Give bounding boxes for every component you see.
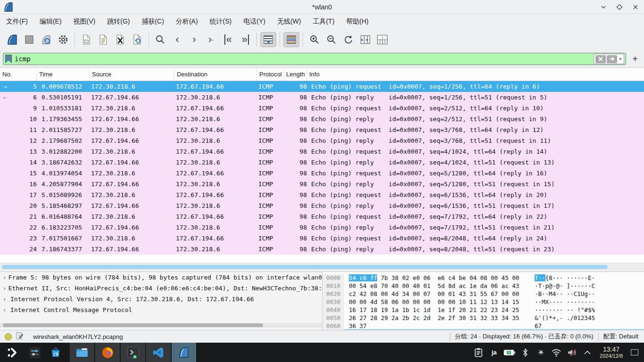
hex-ascii[interactable]: ········ ·· !"#$%	[535, 306, 595, 314]
packet-row-9[interactable]: 91.010533181172.30.218.6172.67.194.66ICM…	[0, 103, 644, 114]
capture-comment-icon[interactable]	[16, 332, 24, 341]
packet-row-16[interactable]: 164.205877904172.67.194.66172.30.218.6IC…	[0, 179, 644, 189]
colorize-button[interactable]	[283, 32, 299, 47]
expand-chevron-icon[interactable]: ›	[3, 296, 10, 303]
column-info[interactable]: Info	[307, 68, 644, 81]
details-hscrollbar[interactable]	[0, 323, 322, 328]
last-packet-button[interactable]: »	[237, 32, 253, 47]
menu-item-0[interactable]: 文件(F)	[6, 17, 28, 26]
restart-capture-button[interactable]	[38, 32, 54, 47]
menu-item-2[interactable]: 视图(V)	[74, 17, 96, 26]
menu-item-5[interactable]: 分析(A)	[176, 17, 198, 26]
column-protocol[interactable]: Protocol	[257, 68, 284, 81]
terminal-task[interactable]	[121, 343, 145, 362]
zoom-out-button[interactable]	[323, 32, 339, 47]
packet-list-hscrollbar[interactable]	[0, 263, 644, 271]
menu-item-1[interactable]: 编辑(E)	[40, 17, 62, 26]
bluetooth-icon[interactable]	[519, 346, 531, 360]
display-filter-input[interactable]	[15, 55, 594, 63]
detail-line-2[interactable]: ›Internet Protocol Version 4, Src: 172.3…	[0, 294, 322, 304]
expert-info-icon[interactable]	[5, 333, 12, 340]
go-back-button[interactable]: ‹	[169, 32, 185, 47]
hex-bytes[interactable]: c2 42 08 00 4d 34 00 07 00 01 43 31 55 6…	[349, 290, 535, 298]
auto-scroll-button[interactable]: ▼	[260, 32, 276, 47]
layout-button[interactable]: 123	[374, 32, 390, 47]
packet-row-20[interactable]: 205.185468297172.67.194.66172.30.218.6IC…	[0, 200, 644, 211]
battery-icon[interactable]	[504, 346, 516, 360]
packet-row-17[interactable]: 175.015089926172.30.218.6172.67.194.66IC…	[0, 189, 644, 200]
menu-item-8[interactable]: 无线(W)	[277, 17, 301, 26]
reload-file-button[interactable]	[129, 32, 145, 47]
details-scroll-thumb[interactable]	[3, 323, 263, 327]
hex-bytes[interactable]: 26 27 28 29 2a 2b 2c 2d 2e 2f 30 31 32 3…	[349, 314, 535, 322]
maximize-button[interactable]	[615, 2, 624, 12]
menu-item-6[interactable]: 统计(S)	[210, 17, 232, 26]
vscode-task[interactable]	[146, 343, 171, 362]
clock[interactable]: 13:47 2024/12/8	[600, 346, 623, 359]
detail-line-1[interactable]: ›Ethernet II, Src: HonHaiPrecis_c4:be:04…	[0, 283, 322, 294]
file-manager-task[interactable]	[70, 343, 94, 362]
clipboard-icon[interactable]	[472, 346, 485, 360]
capture-options-button[interactable]	[55, 32, 71, 47]
hex-bytes[interactable]: 00 54 e8 70 40 00 40 01 5d 8d ac 1e da 0…	[349, 282, 535, 290]
save-file-button[interactable]	[95, 32, 111, 47]
menu-item-10[interactable]: 帮助(H)	[346, 17, 368, 26]
minimize-button[interactable]	[599, 2, 608, 12]
hex-row-0030[interactable]: 003000 00 4d 58 06 00 00 00 00 00 10 11 …	[322, 298, 644, 306]
hex-row-0010[interactable]: 001000 54 e8 70 40 00 40 01 5d 8d ac 1e …	[322, 282, 644, 290]
hscrollbar-thumb[interactable]	[2, 265, 608, 269]
resize-columns-button[interactable]: ◄►	[357, 32, 373, 47]
hex-row-0040[interactable]: 004016 17 18 19 1a 1b 1c 1d 1e 1f 20 21 …	[322, 306, 644, 314]
close-file-button[interactable]	[112, 32, 128, 47]
app-launcher-button[interactable]	[0, 343, 25, 362]
open-file-button[interactable]	[78, 32, 94, 47]
add-filter-button[interactable]: +	[629, 53, 641, 65]
hex-bytes[interactable]: 36 37	[349, 322, 535, 330]
packet-row-15[interactable]: 154.013974054172.30.218.6172.67.194.66IC…	[0, 168, 644, 179]
input-method-indicator[interactable]: ja	[488, 346, 500, 360]
column-length[interactable]: Length	[284, 68, 307, 81]
packet-row-13[interactable]: 133.012882200172.30.218.6172.67.194.66IC…	[0, 146, 644, 157]
packet-row-6[interactable]: ←60.530105191172.67.194.66172.30.218.6IC…	[0, 92, 644, 103]
packet-bytes-pane[interactable]: 000054 c6 ff 7b 38 02 e0 06 e6 c4 be 04 …	[322, 272, 644, 330]
detail-line-3[interactable]: ›Internet Control Message Protocol	[0, 304, 322, 315]
hex-ascii[interactable]: ·B··M4·· ··C1Ug··	[535, 290, 595, 298]
packet-row-21[interactable]: 216.016488764172.30.218.6172.67.194.66IC…	[0, 211, 644, 222]
discover-store-button[interactable]	[45, 343, 66, 362]
packet-row-23[interactable]: 237.017501667172.30.218.6172.67.194.66IC…	[0, 233, 644, 244]
column-no[interactable]: No.	[0, 68, 37, 81]
packet-row-14[interactable]: 143.186742632172.67.194.66172.30.218.6IC…	[0, 157, 644, 168]
expand-chevron-icon[interactable]: ›	[3, 307, 10, 313]
filter-dropdown-caret[interactable]: ▾	[619, 57, 621, 61]
hex-row-0060[interactable]: 006036 3767	[322, 322, 644, 330]
menu-item-3[interactable]: 跳转(G)	[107, 17, 130, 26]
hex-ascii[interactable]: ·T·p@·@· ]······C	[535, 282, 595, 290]
close-button[interactable]	[631, 2, 640, 12]
profile-label[interactable]: 配置: Default	[603, 332, 638, 341]
hex-ascii[interactable]: ··MX···· ········	[535, 298, 595, 306]
firefox-task[interactable]	[95, 343, 120, 362]
hex-row-0020[interactable]: 0020c2 42 08 00 4d 34 00 07 00 01 43 31 …	[322, 290, 644, 298]
zoom-in-button[interactable]	[306, 32, 322, 47]
find-packet-button[interactable]	[152, 32, 168, 47]
packet-row-11[interactable]: 112.011585727172.30.218.6172.67.194.66IC…	[0, 124, 644, 135]
first-packet-button[interactable]: «	[220, 32, 236, 47]
wireshark-task[interactable]	[172, 343, 196, 362]
packet-row-24[interactable]: 247.186743377172.67.194.66172.30.218.6IC…	[0, 244, 644, 255]
packet-row-22[interactable]: 226.183223705172.67.194.66172.30.218.6IC…	[0, 222, 644, 233]
show-desktop-button[interactable]	[631, 349, 638, 355]
menu-item-9[interactable]: 工具(T)	[313, 17, 334, 26]
go-to-packet-button[interactable]: ›·	[203, 32, 219, 47]
hex-bytes[interactable]: 00 00 4d 58 06 00 00 00 00 00 10 11 12 1…	[349, 298, 535, 306]
column-source[interactable]: Source	[90, 68, 174, 81]
packet-row-10[interactable]: 101.179363455172.67.194.66172.30.218.6IC…	[0, 114, 644, 124]
packet-row-12[interactable]: 122.179687502172.67.194.66172.30.218.6IC…	[0, 135, 644, 146]
hex-ascii[interactable]: T··{8··· ······E·	[535, 274, 595, 282]
hex-ascii[interactable]: &'()*+,- ./012345	[535, 314, 595, 322]
expand-chevron-icon[interactable]: ›	[3, 274, 8, 281]
apply-filter-button[interactable]	[607, 55, 617, 63]
clear-filter-button[interactable]	[595, 55, 606, 63]
wifi-icon[interactable]	[550, 346, 562, 360]
go-forward-button[interactable]: ›	[186, 32, 202, 47]
hex-row-0000[interactable]: 000054 c6 ff 7b 38 02 e0 06 e6 c4 be 04 …	[322, 274, 644, 282]
